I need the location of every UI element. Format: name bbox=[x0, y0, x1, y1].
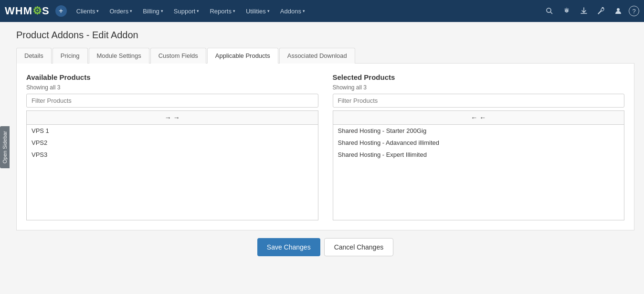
available-products-list[interactable]: VPS 1 VPS2 VPS3 bbox=[26, 125, 318, 220]
nav-clients[interactable]: Clients ▾ bbox=[72, 5, 104, 18]
topnav-icon-group: ? bbox=[543, 4, 639, 18]
svg-line-1 bbox=[550, 12, 552, 14]
selected-products-column: Selected Products Showing all 3 ← ← Shar… bbox=[333, 73, 625, 220]
chevron-down-icon: ▾ bbox=[96, 9, 99, 13]
tabs-container: Details Pricing Module Settings Custom F… bbox=[16, 47, 634, 64]
logo-text: WHM bbox=[5, 5, 32, 17]
available-products-showing: Showing all 3 bbox=[26, 84, 318, 91]
svg-point-0 bbox=[547, 8, 551, 12]
products-container: Available Products Showing all 3 → → VPS… bbox=[26, 73, 624, 220]
nav-support[interactable]: Support ▾ bbox=[169, 5, 204, 18]
help-icon[interactable]: ? bbox=[629, 6, 639, 16]
chevron-down-icon: ▾ bbox=[161, 9, 163, 13]
wrench-icon[interactable] bbox=[594, 4, 608, 18]
chevron-down-icon: ▾ bbox=[197, 9, 199, 13]
list-item[interactable]: Shared Hosting - Adavanced illimited bbox=[333, 137, 624, 149]
search-icon[interactable] bbox=[543, 4, 556, 18]
selected-products-list[interactable]: Shared Hosting - Starter 200Gig Shared H… bbox=[333, 125, 625, 220]
nav-addons[interactable]: Addons ▾ bbox=[275, 5, 310, 18]
svg-point-2 bbox=[617, 8, 620, 11]
logo-text-2: S bbox=[42, 5, 50, 17]
chevron-down-icon: ▾ bbox=[267, 9, 270, 13]
add-button[interactable]: + bbox=[55, 5, 67, 17]
tab-applicable-products[interactable]: Applicable Products bbox=[207, 48, 278, 64]
selected-products-filter[interactable] bbox=[333, 94, 625, 108]
available-products-filter[interactable] bbox=[26, 94, 318, 108]
move-left-arrows[interactable]: ← ← bbox=[333, 110, 625, 125]
selected-products-showing: Showing all 3 bbox=[333, 84, 625, 91]
chevron-down-icon: ▾ bbox=[233, 9, 235, 13]
list-item[interactable]: VPS 1 bbox=[27, 125, 318, 137]
gear-icon[interactable] bbox=[560, 4, 573, 18]
right-arrow-icon: → bbox=[165, 114, 171, 121]
logo: WHM ⚙ S bbox=[5, 5, 50, 17]
available-products-title: Available Products bbox=[26, 73, 318, 81]
list-item[interactable]: VPS2 bbox=[27, 137, 318, 149]
left-arrow-icon-2: ← bbox=[479, 114, 486, 121]
left-arrow-icon: ← bbox=[471, 114, 477, 121]
tab-associated-download[interactable]: Associated Download bbox=[279, 48, 355, 64]
nav-utilities[interactable]: Utilities ▾ bbox=[241, 5, 274, 18]
download-icon[interactable] bbox=[577, 4, 591, 18]
logo-icon: ⚙ bbox=[32, 5, 42, 17]
tab-details[interactable]: Details bbox=[16, 48, 52, 64]
right-arrow-icon-2: → bbox=[173, 114, 180, 121]
page-title: Product Addons - Edit Addon bbox=[16, 30, 634, 41]
available-products-column: Available Products Showing all 3 → → VPS… bbox=[26, 73, 318, 220]
action-buttons: Save Changes Cancel Changes bbox=[16, 238, 634, 256]
selected-products-title: Selected Products bbox=[333, 73, 625, 81]
list-item[interactable]: Shared Hosting - Starter 200Gig bbox=[333, 125, 624, 137]
cancel-button[interactable]: Cancel Changes bbox=[324, 238, 394, 256]
nav-menu: Clients ▾ Orders ▾ Billing ▾ Support ▾ R… bbox=[72, 5, 541, 18]
nav-billing[interactable]: Billing ▾ bbox=[138, 5, 168, 18]
move-right-arrows[interactable]: → → bbox=[26, 110, 318, 125]
tab-custom-fields[interactable]: Custom Fields bbox=[150, 48, 206, 64]
user-avatar-icon[interactable] bbox=[612, 4, 625, 18]
nav-reports[interactable]: Reports ▾ bbox=[205, 5, 240, 18]
chevron-down-icon: ▾ bbox=[303, 9, 305, 13]
page-content: Product Addons - Edit Addon Details Pric… bbox=[7, 22, 644, 264]
main-panel: Available Products Showing all 3 → → VPS… bbox=[16, 64, 634, 230]
top-navigation: WHM ⚙ S + Clients ▾ Orders ▾ Billing ▾ S… bbox=[0, 0, 644, 22]
chevron-down-icon: ▾ bbox=[130, 9, 132, 13]
list-item[interactable]: VPS3 bbox=[27, 149, 318, 161]
nav-orders[interactable]: Orders ▾ bbox=[105, 5, 137, 18]
tab-pricing[interactable]: Pricing bbox=[53, 48, 88, 64]
list-item[interactable]: Shared Hosting - Expert Illimited bbox=[333, 149, 624, 161]
open-sidebar-tab[interactable]: Open Sidebar bbox=[0, 126, 10, 168]
tab-module-settings[interactable]: Module Settings bbox=[89, 48, 149, 64]
save-button[interactable]: Save Changes bbox=[257, 238, 320, 256]
